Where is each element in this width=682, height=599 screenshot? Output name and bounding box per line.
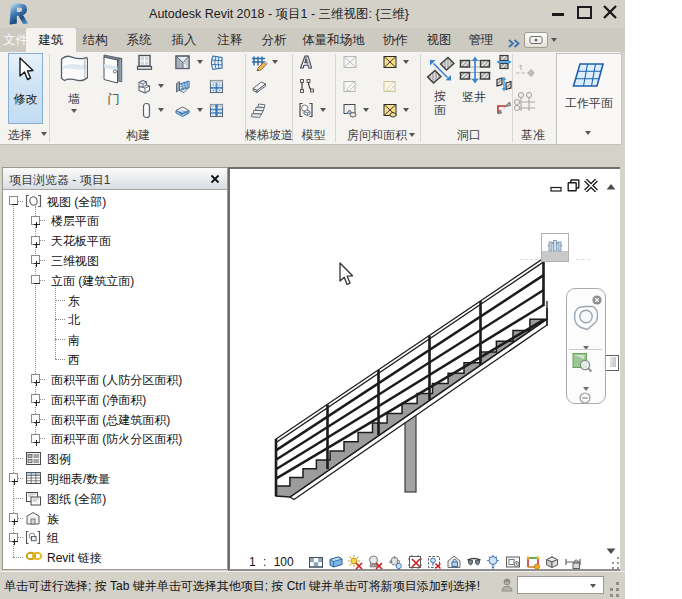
zoom-icon[interactable] bbox=[571, 352, 595, 374]
mullion-button[interactable] bbox=[208, 102, 224, 118]
wall-button[interactable]: 墙 bbox=[52, 53, 96, 121]
column-dropdown-icon[interactable] bbox=[158, 108, 164, 112]
collapse-icon[interactable] bbox=[9, 196, 18, 205]
view-minimize-icon[interactable] bbox=[550, 179, 564, 191]
navbar-zoom-dropdown-icon[interactable] bbox=[582, 378, 590, 384]
tree-item-面积平面 (防火分区面积)[interactable]: 面积平面 (防火分区面积) bbox=[3, 430, 227, 446]
expand-icon[interactable] bbox=[9, 533, 18, 542]
opening-panel-label[interactable]: 洞口 bbox=[446, 127, 492, 142]
scroll-down-icon[interactable] bbox=[606, 541, 616, 549]
workplane-dropdown-icon[interactable] bbox=[585, 131, 591, 135]
steering-wheel-icon[interactable] bbox=[573, 305, 599, 333]
sun-path-icon[interactable] bbox=[347, 554, 364, 570]
floor-dropdown-icon[interactable] bbox=[197, 108, 203, 112]
editing-requests-icon[interactable] bbox=[500, 577, 514, 593]
view-scale[interactable]: 1 : 100 bbox=[249, 555, 294, 569]
tab-建筑[interactable]: 建筑 bbox=[26, 28, 76, 52]
constraints-icon[interactable] bbox=[564, 554, 581, 570]
select-panel-label[interactable]: 选择 bbox=[2, 127, 38, 142]
ribbon-display-toggle-button[interactable] bbox=[524, 32, 548, 48]
render-icon[interactable] bbox=[387, 554, 404, 570]
ceiling-button[interactable] bbox=[174, 78, 190, 94]
component-dropdown-icon[interactable] bbox=[158, 84, 164, 88]
tree-item-面积平面 (净面积)[interactable]: 面积平面 (净面积) bbox=[3, 391, 227, 407]
combo-dropdown-icon[interactable] bbox=[590, 584, 596, 588]
model-group-dropdown-icon[interactable] bbox=[320, 108, 326, 112]
visual-style-icon[interactable] bbox=[328, 554, 345, 570]
tree-item-立面 (建筑立面)[interactable]: 立面 (建筑立面) bbox=[3, 272, 227, 288]
tab-体量和场地[interactable]: 体量和场地 bbox=[300, 28, 367, 52]
window-resize-grip[interactable] bbox=[610, 582, 620, 596]
design-options-combo[interactable] bbox=[517, 576, 604, 594]
window-button[interactable] bbox=[136, 54, 152, 70]
tree-item-西[interactable]: 西 bbox=[3, 351, 227, 367]
detail-level-icon[interactable] bbox=[308, 554, 325, 570]
tree-item-视图 (全部)[interactable]: 视图 (全部) bbox=[3, 193, 227, 209]
tree-item-组[interactable]: 组 bbox=[3, 529, 227, 545]
room-button[interactable] bbox=[342, 54, 358, 70]
tab-视图[interactable]: 视图 bbox=[415, 28, 463, 52]
railing-button[interactable] bbox=[250, 54, 268, 70]
navbar-wheel-dropdown-icon[interactable] bbox=[582, 337, 590, 343]
datum-panel-label[interactable]: 基准 bbox=[510, 127, 556, 142]
maximize-button[interactable] bbox=[571, 0, 597, 28]
tree-item-南[interactable]: 南 bbox=[3, 331, 227, 347]
area-button[interactable] bbox=[382, 54, 398, 70]
expand-icon[interactable] bbox=[31, 414, 40, 423]
hide-isolate-icon[interactable] bbox=[466, 554, 483, 570]
view-close-icon[interactable] bbox=[584, 178, 598, 191]
area-dropdown-icon[interactable] bbox=[403, 60, 409, 64]
tree-item-Revit 链接[interactable]: Revit 链接 bbox=[3, 549, 227, 565]
project-browser-close-icon[interactable] bbox=[209, 173, 221, 185]
displacement-icon[interactable] bbox=[544, 554, 561, 570]
temp-view-props-icon[interactable] bbox=[505, 554, 522, 570]
mini-toolbar-button[interactable] bbox=[541, 233, 569, 262]
tag-room-dropdown-icon[interactable] bbox=[363, 108, 369, 112]
tree-item-北[interactable]: 北 bbox=[3, 311, 227, 327]
project-browser-titlebar[interactable]: 项目浏览器 - 项目1 bbox=[3, 168, 227, 190]
expand-icon[interactable] bbox=[31, 255, 40, 264]
minimize-button[interactable] bbox=[544, 0, 570, 28]
tree-item-东[interactable]: 东 bbox=[3, 292, 227, 308]
tree-item-三维视图[interactable]: 三维视图 bbox=[3, 252, 227, 268]
tree-item-面积平面 (人防分区面积)[interactable]: 面积平面 (人防分区面积) bbox=[3, 371, 227, 387]
view-resize-grip[interactable] bbox=[612, 557, 620, 569]
model-text-button[interactable] bbox=[298, 54, 314, 70]
view-restore-icon[interactable] bbox=[567, 178, 580, 191]
expand-icon[interactable] bbox=[31, 236, 40, 245]
navbar-close-icon[interactable] bbox=[592, 291, 602, 301]
tag-area-dropdown-icon[interactable] bbox=[403, 108, 409, 112]
tree-item-面积平面 (总建筑面积)[interactable]: 面积平面 (总建筑面积) bbox=[3, 411, 227, 427]
collapse-icon[interactable] bbox=[31, 275, 40, 284]
reveal-hidden-icon[interactable] bbox=[485, 554, 502, 570]
floor-button[interactable] bbox=[174, 102, 190, 118]
curtain-system-button[interactable] bbox=[208, 54, 224, 70]
scroll-thumb[interactable] bbox=[604, 355, 619, 371]
room-separator-button[interactable] bbox=[342, 78, 358, 94]
expand-icon[interactable] bbox=[9, 473, 18, 482]
tag-room-button[interactable] bbox=[342, 102, 358, 118]
tab-系统[interactable]: 系统 bbox=[115, 28, 163, 52]
model-group-button[interactable] bbox=[298, 102, 314, 118]
close-button[interactable] bbox=[597, 0, 623, 28]
stairs-panel-label[interactable]: 楼梯坡道 bbox=[245, 127, 292, 142]
tree-item-明细表/数量[interactable]: 明细表/数量 bbox=[3, 470, 227, 486]
locked-3d-icon[interactable] bbox=[446, 554, 463, 570]
tab-协作[interactable]: 协作 bbox=[371, 28, 419, 52]
room-area-panel-label[interactable]: 房间和面积 bbox=[335, 127, 407, 142]
tab-插入[interactable]: 插入 bbox=[160, 28, 208, 52]
shadows-icon[interactable] bbox=[367, 554, 384, 570]
tree-item-族[interactable]: 族 bbox=[3, 510, 227, 526]
column-button[interactable] bbox=[138, 102, 154, 118]
expand-icon[interactable] bbox=[9, 513, 18, 522]
build-panel-label[interactable]: 构建 bbox=[98, 127, 178, 142]
expand-icon[interactable] bbox=[31, 374, 40, 383]
level-button[interactable] bbox=[515, 62, 535, 78]
navbar-collapse-icon[interactable] bbox=[579, 390, 591, 402]
tab-注释[interactable]: 注释 bbox=[206, 28, 254, 52]
tab-管理[interactable]: 管理 bbox=[457, 28, 505, 52]
tree-item-图例[interactable]: 图例 bbox=[3, 450, 227, 466]
tree-item-楼层平面[interactable]: 楼层平面 bbox=[3, 212, 227, 228]
room-area-panel-dropdown-icon[interactable] bbox=[409, 133, 415, 137]
model-line-button[interactable] bbox=[298, 78, 314, 94]
